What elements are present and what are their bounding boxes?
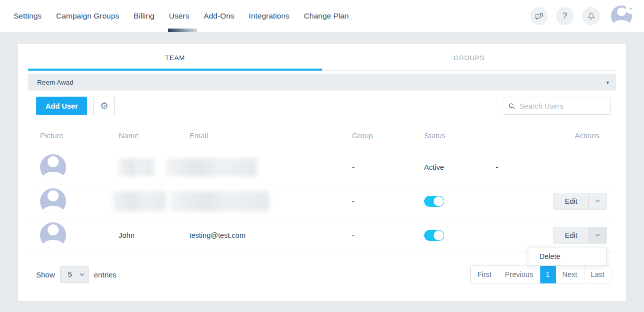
nav-item-integrations[interactable]: Integrations xyxy=(249,0,289,32)
users-panel: TEAM GROUPS Reem Awad ▾ Add User ⚙ Pictu… xyxy=(18,44,626,301)
chevron-down-icon xyxy=(625,4,636,14)
team-groups-tabs: TEAM GROUPS xyxy=(28,44,616,71)
col-header-status: Status xyxy=(424,131,496,140)
group-cell: - xyxy=(352,197,424,205)
chat-icon[interactable] xyxy=(530,7,548,25)
col-header-name: Name xyxy=(119,131,189,140)
edit-button[interactable]: Edit xyxy=(554,193,588,209)
email-cell xyxy=(189,158,352,176)
help-glyph: ? xyxy=(563,12,567,21)
topbar-actions: ? xyxy=(530,6,632,27)
user-avatar xyxy=(40,188,66,214)
user-avatar-menu[interactable] xyxy=(611,6,632,27)
nav-item-campaign-groups[interactable]: Campaign Groups xyxy=(56,0,119,32)
picture-cell xyxy=(28,222,119,248)
chevron-down-icon xyxy=(594,198,601,204)
search-users-box xyxy=(503,98,611,115)
pagination-previous[interactable]: Previous xyxy=(498,265,540,283)
nav-item-change-plan[interactable]: Change Plan xyxy=(304,0,349,32)
actions-cell: - xyxy=(496,150,616,184)
settings-gear-button[interactable]: ⚙ xyxy=(93,97,115,115)
table-row: John testing@test.com - Edit Delete xyxy=(28,218,616,252)
user-avatar xyxy=(40,154,66,180)
chevron-down-icon xyxy=(594,232,601,238)
notifications-bell-icon[interactable] xyxy=(582,7,600,25)
show-label: Show xyxy=(36,270,55,279)
redacted-email-blur xyxy=(166,158,257,176)
pagination: First Previous 1 Next Last xyxy=(470,265,611,283)
edit-dropdown-menu: Delete xyxy=(528,247,607,266)
status-toggle-on[interactable] xyxy=(424,230,444,241)
name-cell: John xyxy=(119,231,189,239)
col-header-group: Group xyxy=(352,131,424,140)
nav-item-billing[interactable]: Billing xyxy=(134,0,154,32)
status-cell xyxy=(424,230,496,241)
email-cell: testing@test.com xyxy=(189,231,352,239)
accordion-caret-icon: ▾ xyxy=(606,80,609,85)
pagination-page-1[interactable]: 1 xyxy=(540,265,556,283)
user-avatar xyxy=(40,222,66,248)
top-navigation-bar: Settings Campaign Groups Billing Users A… xyxy=(0,0,644,33)
table-toolbar: Add User ⚙ xyxy=(18,91,626,121)
nav-item-settings[interactable]: Settings xyxy=(14,0,42,32)
nav-item-users[interactable]: Users xyxy=(169,0,189,32)
status-toggle-on[interactable] xyxy=(424,196,444,207)
status-cell xyxy=(424,196,496,207)
actions-cell: Edit xyxy=(496,184,616,218)
table-row: - Active - xyxy=(28,150,616,184)
table-row: - Edit xyxy=(28,184,616,218)
tab-groups[interactable]: GROUPS xyxy=(322,44,616,71)
search-users-input[interactable] xyxy=(519,102,605,110)
status-cell: Active xyxy=(424,163,496,171)
picture-cell xyxy=(28,188,119,214)
col-header-actions: Actions xyxy=(496,131,616,140)
entries-label: entries xyxy=(94,270,117,279)
account-name: Reem Awad xyxy=(37,79,74,86)
redacted-name-blur xyxy=(119,158,154,176)
search-icon xyxy=(508,102,515,110)
gear-icon: ⚙ xyxy=(100,100,108,112)
picture-cell xyxy=(28,154,119,180)
tab-team[interactable]: TEAM xyxy=(28,44,322,71)
add-user-button[interactable]: Add User xyxy=(36,97,87,115)
help-icon[interactable]: ? xyxy=(556,7,574,25)
pagination-next[interactable]: Next xyxy=(556,265,584,283)
main-nav: Settings Campaign Groups Billing Users A… xyxy=(14,0,349,32)
chevron-down-icon xyxy=(79,271,85,278)
delete-menu-item[interactable]: Delete xyxy=(528,247,606,265)
pagination-last[interactable]: Last xyxy=(584,265,611,283)
actions-cell: Edit Delete xyxy=(496,218,616,252)
pagination-first[interactable]: First xyxy=(470,265,498,283)
edit-button[interactable]: Edit xyxy=(554,227,588,243)
group-cell: - xyxy=(352,163,424,171)
redacted-name-blur xyxy=(113,191,166,211)
col-header-email: Email xyxy=(189,131,352,140)
table-header-row: Picture Name Email Group Status Actions xyxy=(28,121,616,150)
email-cell xyxy=(189,191,352,211)
page-size-value: 5 xyxy=(61,270,72,278)
page-size-select[interactable]: 5 xyxy=(60,266,89,283)
account-accordion-header[interactable]: Reem Awad ▾ xyxy=(28,74,616,91)
edit-dropdown-toggle[interactable] xyxy=(588,227,606,243)
users-table: Picture Name Email Group Status Actions … xyxy=(28,121,616,252)
group-cell: - xyxy=(352,231,424,239)
nav-item-add-ons[interactable]: Add-Ons xyxy=(204,0,234,32)
edit-dropdown-toggle[interactable] xyxy=(588,193,606,209)
edit-split-button: Edit xyxy=(553,193,607,210)
col-header-picture: Picture xyxy=(28,131,119,140)
edit-split-button: Edit xyxy=(553,227,607,244)
redacted-email-blur xyxy=(170,191,269,211)
